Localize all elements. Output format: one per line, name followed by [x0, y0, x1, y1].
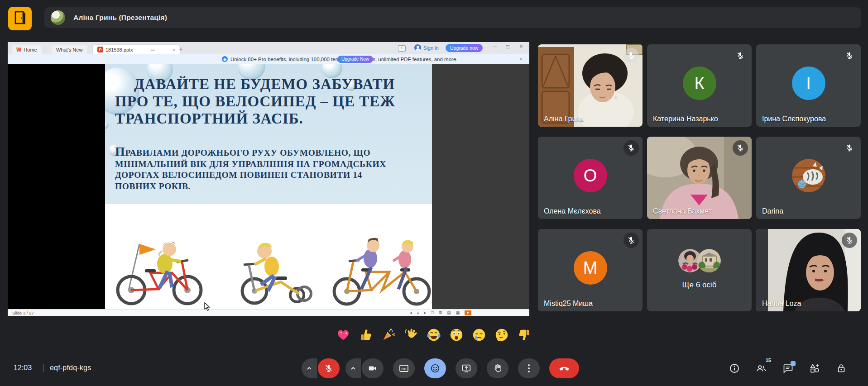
mouse-cursor — [204, 302, 211, 311]
wps-tab-document[interactable]: P 181538.pptx ▭ × — [93, 45, 180, 54]
avatar-letter-circle: К — [683, 67, 716, 100]
slideshow-play-icon[interactable] — [465, 310, 471, 315]
tab-label: What's New — [56, 47, 82, 52]
window-switch-icon[interactable]: 1 — [398, 45, 406, 52]
divider — [43, 364, 44, 372]
participant-tile[interactable]: M Mistiq25 Миша — [538, 229, 643, 311]
waving-hand-icon[interactable] — [403, 327, 419, 343]
mic-muted-button[interactable] — [318, 358, 340, 378]
avatar-letter-circle: І — [792, 67, 825, 100]
chat-button[interactable] — [782, 363, 793, 374]
meeting-details-button[interactable] — [729, 363, 740, 374]
presentation-canvas: ДАВАЙТЕ НЕ БУДЕМО ЗАБУВАТИПРО ТЕ, ЩО ВЕЛ… — [8, 64, 529, 309]
close-icon[interactable]: × — [516, 43, 527, 50]
mic-off-icon — [733, 140, 748, 156]
avatar-initial: О — [584, 166, 597, 186]
activities-shapes-icon — [809, 363, 820, 374]
call-controls: CC — [302, 358, 579, 378]
overflow-avatars — [678, 249, 721, 272]
chat-notification-dot — [791, 361, 796, 366]
mic-off-icon — [733, 48, 748, 63]
account-icon — [414, 44, 421, 51]
wps-tab-bar: W Home What's New P 181538.pptx ▭ × + 1 … — [8, 42, 529, 54]
participant-tile[interactable]: Светлана Бахмет — [647, 137, 752, 219]
minimize-icon[interactable]: ─ — [489, 43, 500, 50]
meet-app-badge[interactable] — [8, 7, 32, 30]
participant-media — [647, 229, 752, 311]
previous-slide-icon[interactable]: ◂ — [410, 310, 412, 315]
call-end-icon — [558, 362, 570, 374]
notes-view-icon[interactable]: ▤ — [447, 310, 451, 315]
party-popper-icon[interactable] — [381, 327, 396, 343]
slide-sorter-icon[interactable]: ⊞ — [439, 310, 442, 315]
thumbs-up-icon[interactable] — [358, 327, 374, 343]
crying-face-icon[interactable] — [471, 327, 487, 343]
meeting-panel-icons: 15 — [729, 358, 847, 378]
avatar-initial: І — [806, 74, 811, 93]
participant-tile[interactable]: Hanna Loza — [756, 229, 861, 311]
upgrade-now-banner-button[interactable]: Upgrade Now — [337, 56, 373, 63]
participant-name: Darina — [762, 207, 783, 215]
mic-off-icon — [842, 233, 857, 248]
people-button[interactable]: 15 — [756, 363, 767, 374]
thumbs-down-icon[interactable] — [517, 327, 532, 343]
slide-pictures — [105, 204, 432, 309]
tab-close-icon[interactable]: × — [173, 47, 175, 52]
tab-label: Home — [24, 47, 37, 52]
upgrade-now-titlebar-button[interactable]: Upgrade now — [446, 44, 483, 52]
grid-view-icon[interactable]: ▦ — [456, 310, 460, 315]
slide-counter: Slide 3 / 27 — [12, 310, 34, 315]
participant-name: Ще 6 осіб — [647, 281, 752, 290]
participant-name: Олена Мєлєхова — [544, 207, 601, 215]
next-slide-icon[interactable]: ▸ — [424, 310, 427, 315]
activities-button[interactable] — [809, 363, 820, 374]
participant-tile[interactable]: Darina — [756, 137, 861, 219]
captions-button[interactable]: CC — [393, 358, 415, 378]
participant-count-badge: 15 — [766, 357, 771, 363]
wps-promo-banner: ◆ Unlock 80+ Pro benefits, including 100… — [8, 54, 529, 64]
clock: 12:03 — [14, 364, 32, 372]
svg-text:CC: CC — [402, 367, 407, 371]
reactions-bar — [336, 327, 532, 343]
tears-of-joy-icon[interactable] — [426, 327, 441, 343]
participants-grid: Аліна Гринь К Катерина Назарько І — [538, 44, 861, 311]
wps-sign-in[interactable]: Sign in — [414, 44, 439, 51]
people-icon — [756, 363, 767, 374]
leave-call-button[interactable] — [549, 358, 579, 378]
sparkling-heart-icon[interactable] — [336, 327, 351, 343]
meeting-code: eqf-pfdq-kgs — [50, 364, 91, 372]
mic-options-button[interactable] — [302, 358, 317, 378]
wps-tab-whats-new[interactable]: What's New — [52, 45, 87, 54]
mic-off-icon — [623, 233, 639, 248]
chevron-up-icon — [350, 365, 356, 372]
thinking-face-icon[interactable] — [494, 327, 509, 343]
participant-tile[interactable]: Аліна Гринь — [538, 44, 643, 127]
mic-off-icon — [623, 48, 639, 63]
astonished-face-icon[interactable] — [449, 327, 464, 343]
wps-tab-home[interactable]: W Home — [12, 45, 42, 54]
banner-close-icon[interactable]: × — [519, 56, 523, 62]
participant-tile[interactable]: К Катерина Назарько — [647, 44, 752, 127]
present-button[interactable] — [456, 358, 477, 378]
more-options-button[interactable] — [518, 358, 540, 378]
participant-name: Hanna Loza — [762, 300, 801, 308]
camera-options-button[interactable] — [345, 358, 361, 378]
reactions-button[interactable] — [424, 358, 446, 378]
participant-tile[interactable]: Ще 6 осіб — [647, 229, 752, 311]
participant-tile[interactable]: О Олена Мєлєхова — [538, 137, 643, 219]
restore-icon[interactable]: □ — [502, 43, 513, 50]
normal-view-icon[interactable]: □ — [431, 310, 433, 315]
tab-window-icon: ▭ — [150, 47, 154, 52]
bubble-decoration — [105, 122, 109, 129]
slide-title: ДАВАЙТЕ НЕ БУДЕМО ЗАБУВАТИПРО ТЕ, ЩО ВЕЛ… — [115, 76, 427, 127]
participant-tile[interactable]: І Ірина Слєпокурова — [756, 44, 861, 127]
participant-name: Аліна Гринь — [544, 115, 584, 123]
raise-hand-button[interactable] — [487, 358, 508, 378]
host-controls-button[interactable] — [836, 363, 847, 374]
captions-icon: CC — [398, 363, 409, 374]
new-tab-button[interactable]: + — [179, 45, 183, 52]
mic-off-icon — [842, 48, 857, 63]
camera-button[interactable] — [362, 358, 384, 378]
door-icon — [13, 10, 27, 27]
slide-menu-icon[interactable]: ≡ — [417, 310, 419, 315]
